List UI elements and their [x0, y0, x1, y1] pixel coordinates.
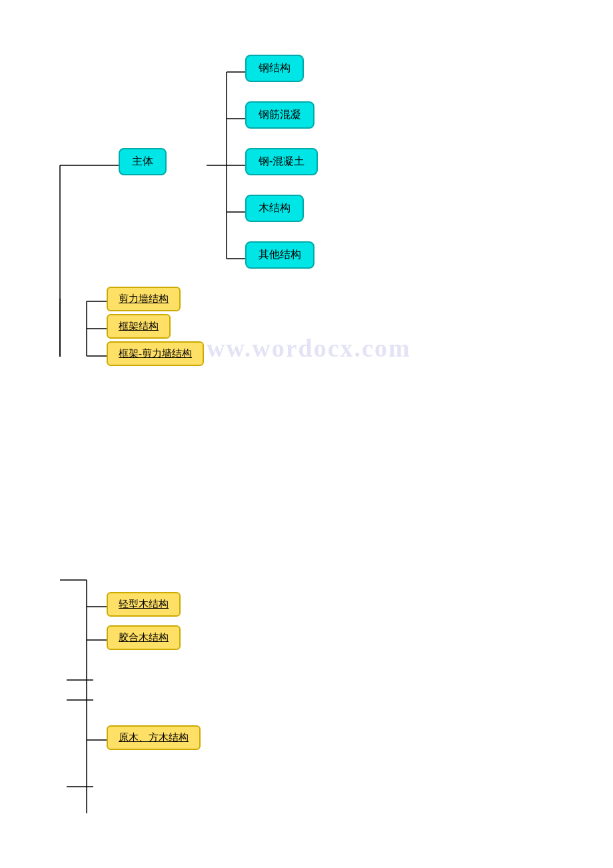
other-node: 其他结构: [245, 241, 314, 269]
steel-concrete-node: 钢-混凝土: [245, 148, 318, 175]
light-wood-label: 轻型木结构: [107, 592, 181, 617]
connector-lines: [0, 0, 613, 868]
watermark: ww.wordocx.com: [207, 333, 411, 363]
frame-shear-node: 框架-剪力墙结构: [107, 341, 204, 366]
steel-node: 钢结构: [245, 55, 304, 82]
steel-label: 钢结构: [245, 55, 304, 82]
shear-wall-node: 剪力墙结构: [107, 287, 181, 311]
frame-label: 框架结构: [107, 314, 171, 339]
wood-node: 木结构: [245, 195, 304, 222]
page: 主体 钢结构 钢筋混凝 钢-混凝土 木结构 其他结构 剪力墙结构 框架结构 框架…: [0, 0, 613, 868]
glulam-node: 胶合木结构: [107, 625, 181, 650]
main-label: 主体: [119, 148, 167, 175]
frame-node: 框架结构: [107, 314, 171, 339]
log-square-label: 原木、方木结构: [107, 725, 201, 750]
glulam-label: 胶合木结构: [107, 625, 181, 650]
shear-wall-label: 剪力墙结构: [107, 287, 181, 311]
log-square-node: 原木、方木结构: [107, 725, 201, 750]
steel-concrete-label: 钢-混凝土: [245, 148, 318, 175]
main-node: 主体: [119, 148, 167, 175]
other-label: 其他结构: [245, 241, 314, 269]
reinforced-node: 钢筋混凝: [245, 101, 314, 129]
light-wood-node: 轻型木结构: [107, 592, 181, 617]
wood-label: 木结构: [245, 195, 304, 222]
reinforced-label: 钢筋混凝: [245, 101, 314, 129]
frame-shear-label: 框架-剪力墙结构: [107, 341, 204, 366]
